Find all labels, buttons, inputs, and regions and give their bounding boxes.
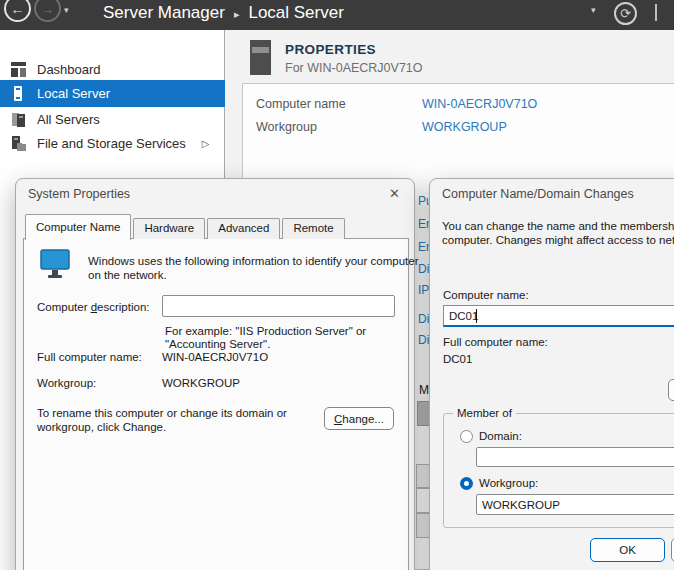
close-icon[interactable]: ✕ [389,186,400,201]
system-properties-dialog: System Properties ✕ Computer Name Hardwa… [15,178,415,570]
sidebar-item-label: File and Storage Services [37,136,186,151]
flag-icon [655,4,657,21]
refresh-icon: ⟳ [620,6,631,21]
computer-name-input-wrap [443,305,674,327]
breadcrumb-root[interactable]: Server Manager [103,3,225,23]
all-servers-icon [10,111,27,128]
sidebar-item-dashboard[interactable]: Dashboard [0,57,225,82]
tab-computer-name[interactable]: Computer Name [25,214,131,240]
example-text-line1: For example: "IIS Production Server" or [165,325,366,337]
computer-name-input[interactable] [443,305,674,327]
workgroup-radio[interactable] [460,477,473,490]
computer-name-tab-panel: Windows uses the following information t… [23,238,409,570]
workgroup-radio-label[interactable]: Workgroup: [479,477,538,489]
tab-hardware[interactable]: Hardware [133,218,205,239]
refresh-button[interactable]: ⟳ [614,2,637,25]
workgroup-input[interactable] [476,494,674,515]
breadcrumb: Server Manager ▸ Local Server [103,3,344,23]
sidebar-item-label: Dashboard [37,62,101,77]
breadcrumb-current[interactable]: Local Server [248,3,343,23]
workgroup-label: Workgroup: [37,377,96,389]
dialog-title: System Properties [28,187,130,201]
workgroup-link[interactable]: WORKGROUP [422,120,507,134]
change-button[interactable]: Change... [324,407,394,430]
ok-button[interactable]: OK [590,538,665,562]
dialog-body-line2: computer. Changes might affect access to… [442,234,674,246]
rename-hint-line1: To rename this computer or change its do… [37,407,287,419]
property-row-label: Computer name [256,97,346,111]
label-part: Computer [37,301,91,313]
computer-name-label: Computer name: [443,289,529,301]
tab-remote[interactable]: Remote [282,218,344,239]
dialog-body-line1: You can change the name and the membersh… [442,220,674,232]
properties-panel-title: PROPERTIES [285,42,376,57]
full-computer-name-value: DC01 [443,353,472,365]
forward-button[interactable]: → [34,0,61,22]
monitor-icon [40,249,70,281]
domain-changes-dialog: Computer Name/Domain Changes You can cha… [429,178,674,570]
dialog-title: Computer Name/Domain Changes [442,187,634,201]
dashboard-icon [10,61,27,78]
rename-hint-line2: workgroup, click Change. [37,421,166,433]
sidebar-item-label: All Servers [37,112,100,127]
more-button[interactable] [668,379,674,401]
sidebar-item-all-servers[interactable]: All Servers [0,107,225,132]
computer-description-input[interactable] [162,295,395,317]
member-of-legend: Member of [453,407,516,419]
domain-input[interactable] [476,447,674,467]
clipped-ui-fragment [416,513,430,538]
sidebar-item-local-server[interactable]: Local Server [0,80,225,107]
clipped-ui-fragment [416,488,430,513]
notifications-caret-icon[interactable]: ▾ [591,5,596,15]
full-computer-name-label: Full computer name: [443,336,548,348]
sidebar-item-label: Local Server [37,86,110,101]
expand-arrow-icon[interactable]: ▷ [202,138,210,149]
local-server-icon [10,85,27,102]
file-storage-icon [10,135,27,152]
domain-radio[interactable] [460,430,473,443]
top-bar: ← → ▾ Server Manager ▸ Local Server ▾ ⟳ [0,0,674,30]
workgroup-value: WORKGROUP [162,377,240,389]
tab-advanced[interactable]: Advanced [207,218,280,239]
member-of-group: Member of Domain: Workgroup: [443,413,674,528]
server-tile-icon [250,40,271,75]
button-label-part: hange... [342,413,384,425]
server-manager-window: ← → ▾ Server Manager ▸ Local Server ▾ ⟳ … [0,0,674,570]
computer-description-label: Computer description: [37,301,150,313]
intro-text-line1: Windows uses the following information t… [88,255,418,267]
property-row-label: Workgroup [256,120,317,134]
nav-history-caret-icon[interactable]: ▾ [64,5,69,15]
intro-text-line2: on the network. [88,269,167,281]
back-arrow-icon: ← [11,1,25,17]
properties-panel-subtitle: For WIN-0AECRJ0V71O [285,61,423,75]
text-cursor [476,309,477,323]
computer-name-link[interactable]: WIN-0AECRJ0V71O [422,97,537,111]
breadcrumb-separator-icon: ▸ [234,6,240,21]
clipped-text-fragment: M [419,383,429,397]
domain-radio-label[interactable]: Domain: [479,430,522,442]
full-computer-name-value: WIN-0AECRJ0V71O [162,351,268,363]
full-computer-name-label: Full computer name: [37,351,142,363]
label-part: escription: [97,301,149,313]
tab-strip: Computer Name Hardware Advanced Remote [25,213,347,239]
sidebar-item-file-storage-services[interactable]: File and Storage Services ▷ [0,131,225,156]
forward-arrow-icon: → [41,1,55,17]
back-button[interactable]: ← [4,0,31,22]
example-text-line2: "Accounting Server". [165,338,270,350]
clipped-ui-fragment [416,464,430,488]
